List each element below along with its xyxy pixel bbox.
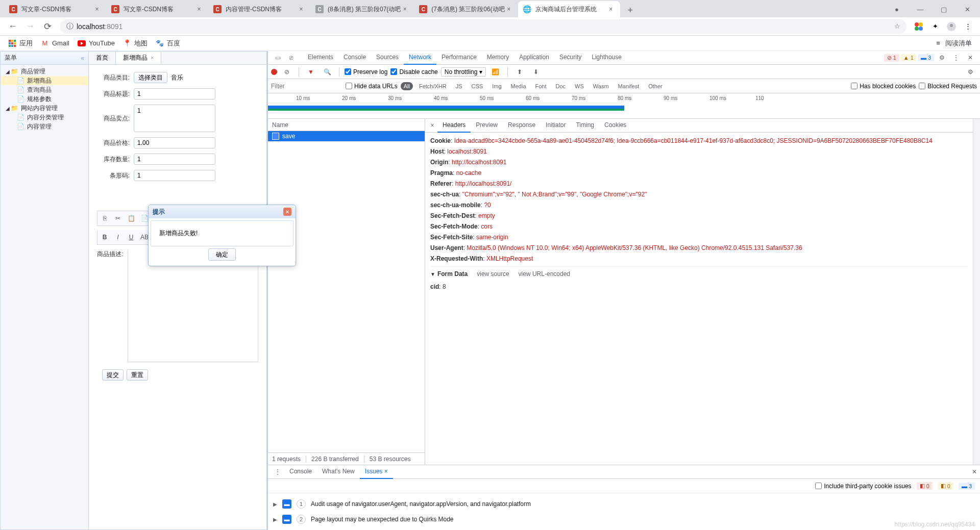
devtab-memory[interactable]: Memory	[482, 51, 514, 65]
extensions-icon[interactable]: ✦	[928, 19, 942, 34]
gmail-bookmark[interactable]: MGmail	[37, 37, 74, 50]
devtab-security[interactable]: Security	[554, 51, 586, 65]
underline-icon[interactable]: U	[126, 232, 136, 242]
submit-button[interactable]: 提交	[102, 369, 124, 381]
code-icon[interactable]: ⎘	[100, 213, 110, 223]
clear-icon[interactable]: ⊘	[280, 66, 293, 78]
wifi-icon[interactable]: 📶	[489, 66, 502, 78]
settings-icon[interactable]: ⚙	[935, 52, 948, 64]
filter-img[interactable]: Img	[489, 82, 504, 90]
devtab-elements[interactable]: Elements	[303, 51, 338, 65]
issue-row[interactable]: ▶▬2Page layout may be unexpected due to …	[273, 512, 975, 527]
dialog-close-icon[interactable]: ×	[283, 208, 291, 216]
view-url-encoded-link[interactable]: view URL-encoded	[519, 269, 570, 280]
italic-icon[interactable]: I	[113, 232, 123, 242]
price-input[interactable]	[134, 137, 215, 148]
extension-icon[interactable]	[912, 19, 926, 34]
reset-button[interactable]: 重置	[127, 369, 148, 381]
site-info-icon[interactable]: ⓘ	[66, 22, 74, 31]
devtab-network[interactable]: Network	[404, 51, 436, 65]
minimize-button[interactable]: —	[909, 1, 932, 17]
blocked-cookies-checkbox[interactable]: Has blocked cookies	[851, 83, 916, 90]
barcode-input[interactable]	[134, 170, 215, 181]
filter-other[interactable]: Other	[645, 82, 666, 90]
drawer-menu-icon[interactable]: ⋮	[271, 466, 284, 478]
inspect-icon[interactable]: ▭	[271, 52, 284, 64]
close-button[interactable]: ✕	[955, 1, 979, 17]
select-category-button[interactable]: 选择类目	[134, 72, 167, 83]
browser-tab[interactable]: C(7条消息) 第三阶段06(动吧×	[414, 1, 518, 17]
devtab-console[interactable]: Console	[338, 51, 371, 65]
close-icon[interactable]: ×	[151, 55, 154, 61]
tree-item-cat[interactable]: 📄内容分类管理	[1, 113, 88, 122]
device-icon[interactable]: ⎚	[284, 52, 298, 64]
network-settings-icon[interactable]: ⚙	[964, 66, 977, 78]
close-icon[interactable]: ×	[607, 5, 615, 13]
close-icon[interactable]: ×	[93, 5, 101, 13]
detail-tab-headers[interactable]: Headers	[437, 119, 471, 133]
issue-row[interactable]: ▶▬1Audit usage of navigator.userAgent, n…	[273, 496, 975, 512]
title-input[interactable]	[134, 88, 215, 99]
browser-tab[interactable]: C内容管理-CSDN博客×	[208, 1, 310, 17]
dialog-ok-button[interactable]: 确定	[208, 248, 236, 261]
stock-input[interactable]	[134, 154, 215, 165]
download-icon[interactable]: ⬇	[529, 66, 543, 78]
blocked-requests-checkbox[interactable]: Blocked Requests	[919, 83, 977, 90]
drawer-tab-console[interactable]: Console	[284, 465, 317, 479]
view-source-link[interactable]: view source	[477, 269, 509, 280]
detail-tab-cookies[interactable]: Cookies	[599, 119, 631, 133]
tree-item-spec[interactable]: 📄规格参数	[1, 94, 88, 104]
timeline[interactable]: 10 ms 20 ms 30 ms 40 ms 50 ms 60 ms 70 m…	[268, 93, 980, 119]
cut-icon[interactable]: ✂	[113, 213, 123, 223]
close-icon[interactable]: ×	[195, 5, 203, 13]
filter-media[interactable]: Media	[508, 82, 529, 90]
request-row[interactable]: save	[268, 131, 425, 141]
devtab-performance[interactable]: Performance	[436, 51, 482, 65]
name-column-header[interactable]: Name	[268, 119, 425, 131]
devtools-close-icon[interactable]: ✕	[964, 52, 977, 64]
devtab-sources[interactable]: Sources	[371, 51, 404, 65]
drawer-tab-issues[interactable]: Issues ×	[360, 465, 393, 479]
tree-folder-goods[interactable]: ◢📁商品管理	[1, 67, 88, 76]
upload-icon[interactable]: ⬆	[513, 66, 526, 78]
browser-tab[interactable]: C(8条消息) 第三阶段07(动吧×	[310, 1, 414, 17]
maps-bookmark[interactable]: 📍地图	[119, 37, 152, 50]
browser-tab[interactable]: C写文章-CSDN博客×	[106, 1, 208, 17]
browser-tab[interactable]: C写文章-CSDN博客×	[4, 1, 106, 17]
error-badge[interactable]: ⊘ 1	[884, 54, 899, 62]
collapse-icon[interactable]: «	[81, 55, 84, 62]
maximize-button[interactable]: ▢	[932, 1, 955, 17]
detail-tab-initiator[interactable]: Initiator	[541, 119, 571, 133]
devtab-application[interactable]: Application	[514, 51, 554, 65]
tree-item-add-goods[interactable]: 📄新增商品	[1, 76, 88, 85]
tree-item-content[interactable]: 📄内容管理	[1, 122, 88, 131]
reload-button[interactable]: ⟳	[39, 18, 56, 35]
disable-cache-checkbox[interactable]: Disable cache	[390, 68, 437, 75]
filter-input[interactable]	[271, 83, 342, 90]
tree-item-query-goods[interactable]: 📄查询商品	[1, 85, 88, 94]
filter-font[interactable]: Font	[532, 82, 550, 90]
new-tab-button[interactable]: +	[623, 3, 638, 17]
menu-icon[interactable]: ⋮	[961, 19, 975, 34]
filter-wasm[interactable]: Wasm	[590, 82, 612, 90]
copy-icon[interactable]: 📋	[126, 213, 136, 223]
reading-list[interactable]: ≡阅读清单	[930, 37, 976, 50]
sellpoint-textarea[interactable]: 1	[134, 105, 215, 132]
filter-manifest[interactable]: Manifest	[615, 82, 643, 90]
profile-icon[interactable]	[944, 19, 959, 34]
browser-tab-active[interactable]: 🌐京淘商城后台管理系统×	[518, 1, 620, 17]
account-icon[interactable]: ●	[885, 1, 909, 17]
close-detail-icon[interactable]: ×	[427, 122, 437, 129]
drawer-close-icon[interactable]: ✕	[972, 468, 977, 475]
warning-badge[interactable]: ▲ 1	[900, 54, 917, 61]
baidu-bookmark[interactable]: 🐾百度	[152, 37, 184, 50]
desc-editor[interactable]	[128, 250, 258, 362]
preserve-log-checkbox[interactable]: Preserve log	[345, 68, 387, 75]
record-icon[interactable]	[271, 69, 277, 75]
tree-folder-site[interactable]: ◢📁网站内容管理	[1, 104, 88, 113]
close-icon[interactable]: ×	[505, 5, 513, 13]
devtab-lighthouse[interactable]: Lighthouse	[586, 51, 627, 65]
info-badge[interactable]: ▬ 3	[918, 54, 934, 61]
scrollbar[interactable]	[973, 119, 980, 465]
filter-all[interactable]: All	[401, 82, 413, 90]
